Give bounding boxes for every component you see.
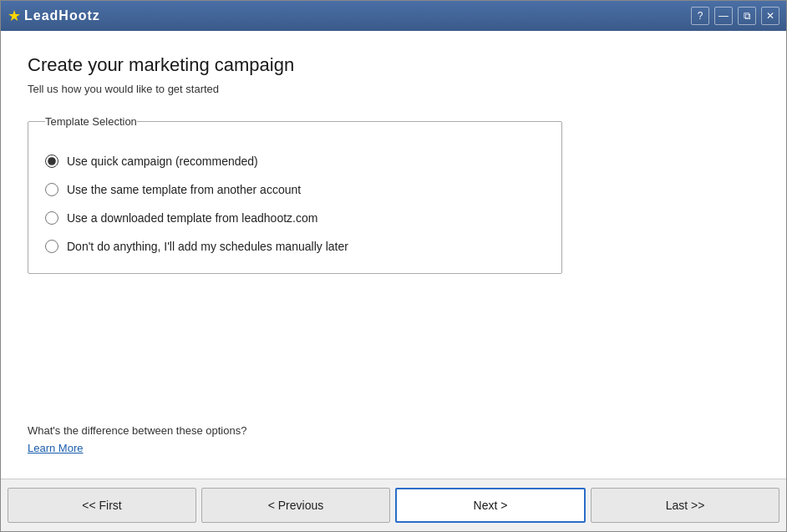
previous-button[interactable]: < Previous (201, 488, 390, 523)
titlebar: ★ LeadHootz ? — ⧉ ✕ (1, 1, 786, 31)
radio-label-2: Use the same template from another accou… (67, 183, 301, 196)
restore-button[interactable]: ⧉ (738, 7, 756, 25)
template-selection-group: Template Selection Use quick campaign (r… (28, 115, 562, 274)
radio-label-3: Use a downloaded template from leadhootz… (67, 211, 317, 225)
logo-text: LeadHootz (24, 8, 100, 23)
help-button[interactable]: ? (691, 7, 709, 25)
window-controls: ? — ⧉ ✕ (691, 7, 779, 25)
help-section: What's the difference between these opti… (28, 424, 759, 465)
radio-option-4[interactable]: Don't do anything, I'll add my schedules… (45, 240, 545, 253)
template-selection-legend: Template Selection (45, 115, 137, 128)
page-subtitle: Tell us how you would like to get starte… (28, 83, 759, 95)
page-title: Create your marketing campaign (28, 54, 759, 76)
logo-star-icon: ★ (8, 7, 21, 25)
radio-option-1[interactable]: Use quick campaign (recommended) (45, 155, 545, 168)
radio-option-2[interactable]: Use the same template from another accou… (45, 183, 545, 196)
radio-input-3[interactable] (45, 211, 58, 225)
radio-label-4: Don't do anything, I'll add my schedules… (67, 240, 348, 253)
radio-input-2[interactable] (45, 183, 58, 196)
radio-option-3[interactable]: Use a downloaded template from leadhootz… (45, 211, 545, 225)
main-window: ★ LeadHootz ? — ⧉ ✕ Create your marketin… (0, 0, 787, 532)
radio-label-1: Use quick campaign (recommended) (67, 155, 258, 168)
app-logo: ★ LeadHootz (8, 7, 100, 25)
last-button[interactable]: Last >> (591, 488, 779, 523)
radio-input-4[interactable] (45, 240, 58, 253)
radio-input-1[interactable] (45, 155, 58, 168)
first-button[interactable]: << First (8, 488, 196, 523)
content-area: Create your marketing campaign Tell us h… (1, 31, 786, 479)
close-button[interactable]: ✕ (761, 7, 779, 25)
learn-more-link[interactable]: Learn More (28, 442, 83, 454)
footer-nav: << First < Previous Next > Last >> (1, 479, 786, 531)
next-button[interactable]: Next > (395, 488, 586, 523)
help-text: What's the difference between these opti… (28, 424, 759, 437)
minimize-button[interactable]: — (714, 7, 733, 25)
